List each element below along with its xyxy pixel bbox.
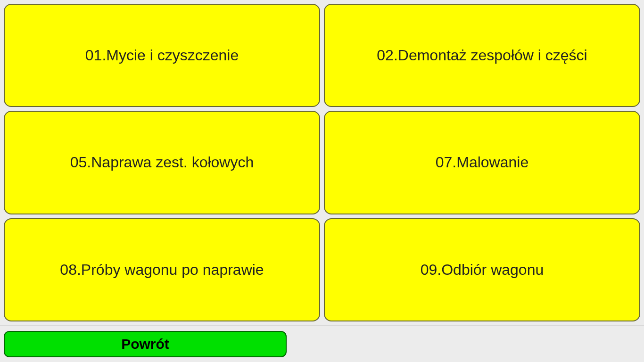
- footer-bar: Powrót: [0, 325, 644, 362]
- menu-button-05[interactable]: 05.Naprawa zest. kołowych: [4, 111, 320, 214]
- menu-button-02[interactable]: 02.Demontaż zespołów i części: [324, 4, 640, 107]
- app-container: 01.Mycie i czyszczenie 02.Demontaż zespo…: [0, 0, 644, 362]
- menu-button-09[interactable]: 09.Odbiór wagonu: [324, 218, 640, 321]
- menu-button-01[interactable]: 01.Mycie i czyszczenie: [4, 4, 320, 107]
- menu-button-label: 09.Odbiór wagonu: [421, 261, 544, 279]
- back-button[interactable]: Powrót: [4, 331, 287, 357]
- back-button-label: Powrót: [121, 336, 169, 352]
- menu-button-label: 05.Naprawa zest. kołowych: [70, 154, 254, 171]
- menu-button-07[interactable]: 07.Malowanie: [324, 111, 640, 214]
- menu-button-label: 08.Próby wagonu po naprawie: [60, 261, 264, 279]
- menu-button-label: 07.Malowanie: [436, 154, 528, 171]
- menu-grid: 01.Mycie i czyszczenie 02.Demontaż zespo…: [0, 0, 644, 325]
- menu-button-08[interactable]: 08.Próby wagonu po naprawie: [4, 218, 320, 321]
- menu-button-label: 02.Demontaż zespołów i części: [377, 47, 587, 64]
- menu-button-label: 01.Mycie i czyszczenie: [85, 47, 239, 64]
